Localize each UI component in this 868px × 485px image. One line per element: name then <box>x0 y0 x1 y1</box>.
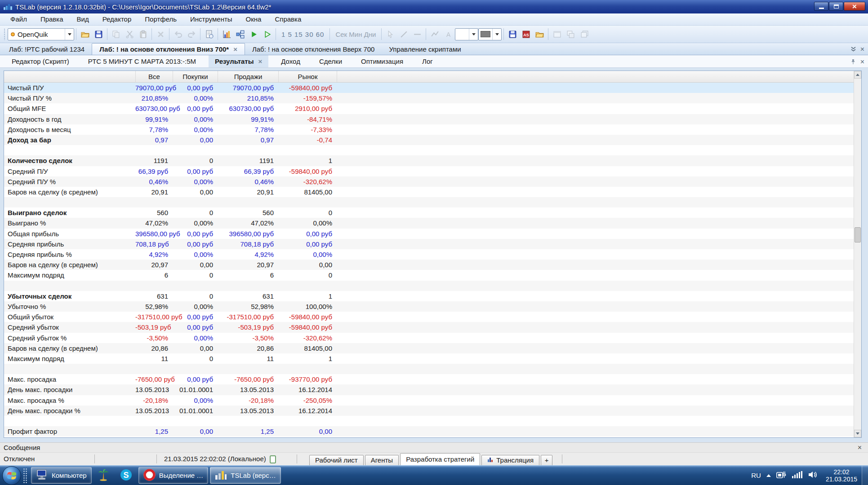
taskbar-grip[interactable] <box>23 468 27 483</box>
close-tab-icon[interactable]: × <box>258 55 263 67</box>
view-tab[interactable]: Сделки <box>313 55 348 67</box>
column-header-market[interactable]: Рынок <box>278 71 337 82</box>
taskbar-item[interactable] <box>93 467 114 484</box>
table-row[interactable]: Количество сделок1191011911 <box>4 155 861 166</box>
table-row[interactable]: Доходность в год99,91%0,00%99,91%-84,71% <box>4 114 861 124</box>
table-row[interactable]: Максимум подряд110111 <box>4 353 861 364</box>
table-row[interactable]: Общий убыток-317510,00 руб0,00 руб-31751… <box>4 312 861 322</box>
undo-icon[interactable] <box>171 27 185 41</box>
run-icon[interactable] <box>247 27 260 41</box>
chart-icon[interactable] <box>220 27 233 41</box>
table-row[interactable]: Общий MFE630730,00 руб0,00 руб630730,00 … <box>4 103 861 114</box>
table-row[interactable]: Выиграно %47,02%0,00%47,02%0,00% <box>4 218 861 228</box>
hline-icon[interactable] <box>410 27 424 41</box>
table-row[interactable]: Выиграно сделок56005600 <box>4 207 861 218</box>
table-row[interactable]: Убыточно %52,98%0,00%52,98%100,00% <box>4 301 861 312</box>
table-row[interactable]: Доход за бар0,970,000,97-0,74 <box>4 135 861 145</box>
workspace-tab[interactable]: Трансляция <box>481 455 539 466</box>
doc-tab[interactable]: Лаб: !РТС рабочий 1234 <box>2 43 92 55</box>
doc-tab[interactable]: Лаб: ! на основе отклонения Вверх 700 <box>245 43 382 55</box>
color-combo[interactable] <box>478 28 502 40</box>
table-row[interactable]: Баров на сделку (в среднем)20,910,0020,9… <box>4 187 861 197</box>
table-row[interactable]: Средняя прибыль708,18 руб0,00 руб708,18 … <box>4 239 861 249</box>
menu-item[interactable]: Редактор <box>96 13 138 25</box>
copy-icon[interactable] <box>109 27 123 41</box>
script-icon[interactable] <box>202 27 216 41</box>
menu-item[interactable]: Справка <box>268 13 308 25</box>
doc-tab[interactable]: Лаб: ! на основе отклонения Вниз 700*× <box>92 43 245 55</box>
view-tab[interactable]: Редактор (Скрипт) <box>5 55 76 67</box>
close-view-icon[interactable]: × <box>860 58 864 66</box>
workspace-tab[interactable]: Разработка стратегий <box>400 453 480 466</box>
menu-item[interactable]: Вид <box>70 13 96 25</box>
table-row[interactable] <box>4 364 861 374</box>
doc-tab[interactable]: Управление скриптами <box>382 43 468 55</box>
view-tab[interactable]: Лог <box>416 55 439 67</box>
table-row[interactable]: Макс. просадка-7650,00 руб0,00 руб-7650,… <box>4 374 861 384</box>
timeframes-label[interactable]: 1 5 15 30 60 <box>281 31 324 38</box>
toolbar-grip[interactable] <box>4 28 6 40</box>
cut-icon[interactable] <box>123 27 136 41</box>
taskbar-item[interactable]: Выделение … <box>138 467 209 484</box>
diagram-icon[interactable] <box>233 27 247 41</box>
column-header-all[interactable]: Все <box>135 71 173 82</box>
pin-icon[interactable] <box>850 58 856 66</box>
hidden-icons-icon[interactable] <box>766 474 771 477</box>
language-indicator[interactable]: RU <box>751 472 761 479</box>
table-row[interactable]: День макс. просадки %13.05.201301.01.000… <box>4 406 861 416</box>
taskbar-item[interactable]: S <box>116 467 137 484</box>
cursor-icon[interactable] <box>383 27 397 41</box>
scrollbar-thumb[interactable] <box>855 227 861 242</box>
hotkeys-icon[interactable]: AS <box>519 27 533 41</box>
window-copy-icon[interactable] <box>577 27 591 41</box>
battery-icon[interactable] <box>776 471 786 480</box>
view-tab[interactable]: Оптимизация <box>355 55 410 67</box>
table-row[interactable] <box>4 416 861 426</box>
taskbar-item[interactable]: Компьютер <box>31 467 92 484</box>
menu-item[interactable]: Портфель <box>138 13 183 25</box>
units-label[interactable]: Сек Мин Дни <box>335 31 376 38</box>
table-row[interactable]: Чистый П/У %210,85%0,00%210,85%-159,57% <box>4 93 861 103</box>
view-tab[interactable]: Результаты× <box>209 55 268 67</box>
table-row[interactable]: Средний П/У %0,46%0,00%0,46%-320,62% <box>4 176 861 187</box>
table-row[interactable] <box>4 281 861 291</box>
workspace-tab[interactable]: + <box>541 455 552 466</box>
redo-icon[interactable] <box>185 27 198 41</box>
menu-item[interactable]: Правка <box>34 13 70 25</box>
connection-combo-arrow[interactable] <box>65 29 74 40</box>
table-row[interactable]: Общая прибыль396580,00 руб0,00 руб396580… <box>4 229 861 239</box>
maximize-button[interactable] <box>829 2 843 11</box>
close-tab-icon[interactable]: × <box>233 44 237 55</box>
column-header-sells[interactable]: Продажи <box>218 71 278 82</box>
tab-list-chevron-icon[interactable] <box>851 46 856 53</box>
network-signal-icon[interactable] <box>792 471 802 480</box>
text-label-icon[interactable]: A <box>441 27 455 41</box>
table-row[interactable]: Средний П/У66,39 руб0,00 руб66,39 руб-59… <box>4 166 861 176</box>
delete-icon[interactable] <box>154 27 167 41</box>
workspace-tab[interactable]: Рабочий лист <box>309 455 364 466</box>
table-row[interactable]: Максимум подряд6060 <box>4 270 861 280</box>
connection-combo[interactable]: OpenQuik <box>8 28 74 40</box>
table-row[interactable]: Убыточных сделок63106311 <box>4 291 861 301</box>
menu-item[interactable]: Окна <box>239 13 268 25</box>
table-row[interactable]: Баров на сделку (в среднем)20,970,0020,9… <box>4 260 861 270</box>
view-tab[interactable]: РТС 5 МИНУТ С МАРТА 2013:-:5М <box>82 55 202 67</box>
start-button[interactable] <box>2 466 21 485</box>
table-row[interactable]: Баров на сделку (в среднем)20,860,0020,8… <box>4 343 861 353</box>
save-layout-icon[interactable] <box>506 27 519 41</box>
volume-icon[interactable] <box>808 471 819 480</box>
close-messages-icon[interactable]: × <box>858 443 862 452</box>
minimize-button[interactable] <box>814 2 828 11</box>
view-tab[interactable]: Доход <box>275 55 307 67</box>
table-row[interactable]: Средний убыток %-3,50%0,00%-3,50%-320,62… <box>4 333 861 343</box>
open-layout-icon[interactable] <box>533 27 546 41</box>
scroll-up-icon[interactable] <box>854 71 861 79</box>
zigzag-icon[interactable] <box>428 27 441 41</box>
table-row[interactable] <box>4 197 861 207</box>
table-row[interactable]: Доходность в месяц7,78%0,00%7,78%-7,33% <box>4 124 861 135</box>
table-row[interactable]: Чистый П/У79070,00 руб0,00 руб79070,00 р… <box>4 83 861 93</box>
menu-item[interactable]: Инструменты <box>183 13 239 25</box>
table-row[interactable]: Макс. просадка %-20,18%0,00%-20,18%-250,… <box>4 395 861 406</box>
indicator-combo[interactable] <box>455 28 478 40</box>
scroll-down-icon[interactable] <box>854 430 861 437</box>
